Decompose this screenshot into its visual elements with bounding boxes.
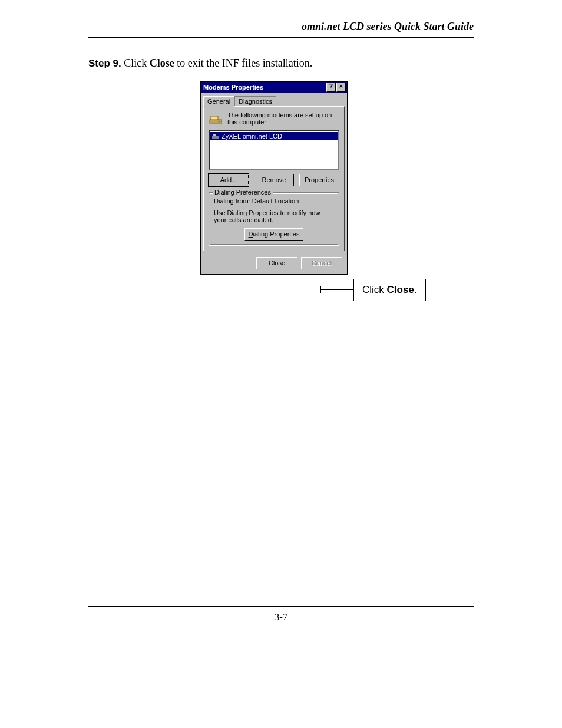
tab-strip: GeneralDiagnostics bbox=[201, 93, 347, 106]
modems-properties-dialog: Modems Properties ? × GeneralDiagnostics… bbox=[200, 81, 348, 275]
close-icon[interactable]: × bbox=[336, 83, 346, 92]
svg-rect-5 bbox=[213, 134, 216, 136]
cancel-button: Cancel bbox=[301, 257, 342, 269]
svg-rect-1 bbox=[211, 116, 218, 120]
callout-connector bbox=[320, 289, 353, 290]
svg-point-2 bbox=[219, 121, 220, 122]
intro-text: The following modems are set up on this … bbox=[227, 111, 339, 126]
list-item[interactable]: ZyXEL omni.net LCD bbox=[210, 132, 338, 140]
callout-suffix: . bbox=[414, 284, 417, 295]
svg-point-3 bbox=[217, 121, 219, 122]
step-text-after: to exit the INF files installation. bbox=[174, 57, 312, 69]
header-rule bbox=[88, 37, 474, 38]
dialog-container: Modems Properties ? × GeneralDiagnostics… bbox=[200, 81, 348, 275]
help-icon[interactable]: ? bbox=[326, 83, 336, 92]
dialog-title: Modems Properties bbox=[202, 82, 263, 93]
page-number: 3-7 bbox=[0, 611, 562, 623]
callout-prefix: Click bbox=[362, 284, 387, 295]
list-item-label: ZyXEL omni.net LCD bbox=[222, 133, 282, 140]
tab-diagnostics[interactable]: Diagnostics bbox=[234, 96, 276, 106]
tab-panel-general: The following modems are set up on this … bbox=[203, 106, 345, 251]
dialog-footer: Close Cancel bbox=[201, 253, 347, 274]
header-title: omni.net LCD series Quick Start Guide bbox=[302, 21, 474, 33]
group-title: Dialing Preferences bbox=[213, 189, 273, 196]
modem-icon bbox=[209, 111, 223, 126]
modems-listbox[interactable]: ZyXEL omni.net LCD bbox=[209, 130, 339, 170]
step-bold-word: Close bbox=[150, 57, 174, 69]
dialing-properties-button[interactable]: Dialing Properties bbox=[244, 228, 303, 241]
dialing-hint-label: Use Dialing Properties to modify how you… bbox=[214, 209, 334, 223]
svg-point-6 bbox=[217, 137, 219, 138]
remove-button[interactable]: Remove bbox=[254, 174, 294, 186]
tab-general[interactable]: General bbox=[203, 96, 234, 107]
step-text-before: Click bbox=[121, 57, 150, 69]
step-instruction: Step 9. Click Close to exit the INF file… bbox=[88, 57, 312, 70]
callout-bold: Close bbox=[387, 284, 414, 295]
step-label: Step 9. bbox=[88, 58, 121, 69]
footer-rule bbox=[88, 606, 474, 607]
properties-button[interactable]: Properties bbox=[299, 174, 339, 186]
callout-box: Click Close. bbox=[353, 279, 426, 301]
modem-small-icon bbox=[211, 133, 220, 140]
close-button[interactable]: Close bbox=[256, 257, 297, 269]
dialing-preferences-group: Dialing Preferences Dialing from: Defaul… bbox=[209, 192, 339, 246]
titlebar[interactable]: Modems Properties ? × bbox=[201, 82, 347, 93]
dialing-from-label: Dialing from: Default Location bbox=[214, 197, 334, 205]
add-button[interactable]: Add... bbox=[209, 174, 249, 186]
